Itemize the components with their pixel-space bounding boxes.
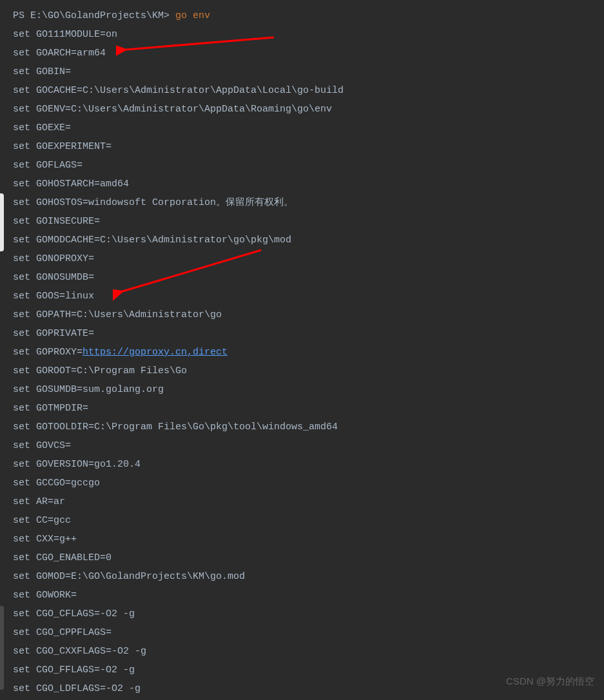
output-line: set CC=gcc <box>13 511 604 530</box>
output-line: set GOINSECURE= <box>13 212 604 231</box>
output-line: set CGO_ENABLED=0 <box>13 549 604 567</box>
output-line: set GOMODCACHE=C:\Users\Administrator\go… <box>13 231 604 249</box>
output-line: set CGO_CPPFLAGS= <box>13 623 604 642</box>
output-line: set GOEXPERIMENT= <box>13 137 604 156</box>
output-line: set GONOSUMDB= <box>13 268 604 287</box>
output-line: set GOMOD=E:\GO\GolandProjects\KM\go.mod <box>13 567 604 586</box>
terminal-output[interactable]: PS E:\GO\GolandProjects\KM> go env set G… <box>0 0 604 698</box>
output-line: set GONOPROXY= <box>13 249 604 268</box>
output-line: set GOVERSION=go1.20.4 <box>13 455 604 474</box>
command: go env <box>175 10 210 21</box>
output-line: set GOHOSTOS=windowsoft Corporation。保留所有… <box>13 193 604 212</box>
output-line: set GOENV=C:\Users\Administrator\AppData… <box>13 100 604 119</box>
output-line: set GOVCS= <box>13 436 604 455</box>
output-line: set GOSUMDB=sum.golang.org <box>13 380 604 399</box>
output-line: set GOROOT=C:\Program Files\Go <box>13 362 604 380</box>
output-line: set GOFLAGS= <box>13 156 604 175</box>
output-line: set GCCGO=gccgo <box>13 474 604 492</box>
output-line: set CGO_CFLAGS=-O2 -g <box>13 605 604 623</box>
output-line: set GO111MODULE=on <box>13 25 604 44</box>
output-line: set GOTOOLDIR=C:\Program Files\Go\pkg\to… <box>13 418 604 436</box>
output-line: set CGO_CXXFLAGS=-O2 -g <box>13 642 604 661</box>
output-line: set GOEXE= <box>13 119 604 137</box>
prompt-line: PS E:\GO\GolandProjects\KM> go env <box>13 6 604 25</box>
output-line: set GOHOSTARCH=amd64 <box>13 175 604 193</box>
output-line: set GOPROXY=https://goproxy.cn,direct <box>13 343 604 362</box>
output-line: set GOCACHE=C:\Users\Administrator\AppDa… <box>13 81 604 100</box>
output-line: set GOPATH=C:\Users\Administrator\go <box>13 306 604 324</box>
output-line: set GOBIN= <box>13 63 604 81</box>
output-line: set GOOS=linux <box>13 287 604 306</box>
output-line: set CXX=g++ <box>13 530 604 549</box>
output-line: set GOPRIVATE= <box>13 324 604 343</box>
output-line: set GOARCH=arm64 <box>13 44 604 63</box>
output-line: set GOWORK= <box>13 586 604 605</box>
output-line: set GOTMPDIR= <box>13 399 604 418</box>
output-line: set AR=ar <box>13 492 604 511</box>
watermark: CSDN @努力的悟空 <box>506 672 594 690</box>
goproxy-url[interactable]: https://goproxy.cn,direct <box>83 347 228 358</box>
prompt-prefix: PS E:\GO\GolandProjects\KM> <box>13 10 175 21</box>
